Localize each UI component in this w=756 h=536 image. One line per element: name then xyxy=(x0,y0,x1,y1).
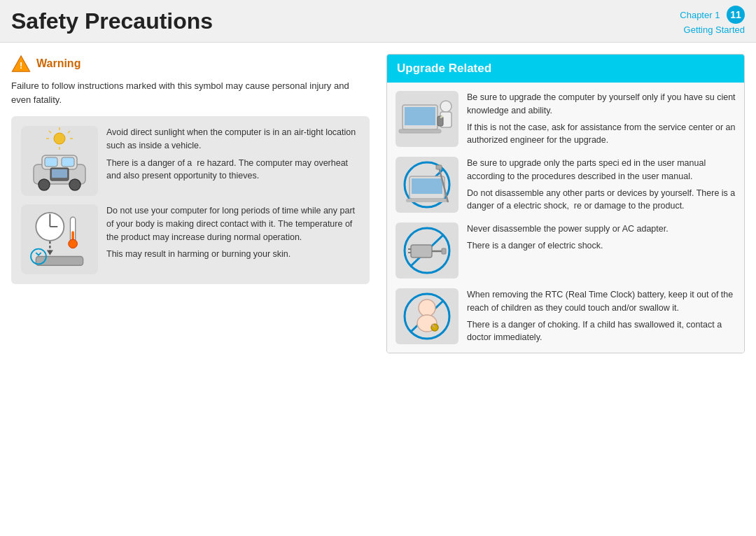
main-content: ! Warning Failure to follow instructions… xyxy=(0,43,756,365)
svg-rect-38 xyxy=(406,199,448,202)
svg-rect-28 xyxy=(405,107,435,125)
upgrade-row-2: Be sure to upgrade only the parts speci … xyxy=(396,157,736,213)
warning-section: ! Warning Failure to follow instructions… xyxy=(11,54,370,106)
right-panel: Upgrade Related xyxy=(381,54,745,353)
left-panel: ! Warning Failure to follow instructions… xyxy=(11,54,381,353)
upgrade-text-1: Be sure to upgrade the computer by yours… xyxy=(467,91,736,147)
left-illustrations-box: Avoid direct sunlight when the computer … xyxy=(11,116,370,284)
chapter-badge: 11 xyxy=(727,6,745,24)
svg-rect-37 xyxy=(412,178,442,194)
svg-marker-21 xyxy=(47,251,53,255)
svg-rect-12 xyxy=(62,157,74,167)
warning-icon: ! xyxy=(11,54,31,73)
upgrade-row-3: Never disassemble the power supply or AC… xyxy=(396,223,736,278)
svg-rect-22 xyxy=(36,257,83,266)
illustration-text-1: Avoid direct sunlight when the computer … xyxy=(106,126,360,183)
svg-point-13 xyxy=(38,179,50,190)
upgrade-illustration-1 xyxy=(396,91,458,147)
upgrade-body: Be sure to upgrade the computer by yours… xyxy=(387,83,744,353)
svg-rect-11 xyxy=(45,157,57,167)
illustration-text-2: Do not use your computer for long period… xyxy=(106,204,360,261)
chapter-label: Chapter 1 xyxy=(680,10,720,20)
upgrade-row-4: When removing the RTC (Real Time Clock) … xyxy=(396,288,736,344)
svg-rect-40 xyxy=(436,165,442,169)
svg-text:!: ! xyxy=(20,61,22,71)
illustration-row-2: Do not use your computer for long period… xyxy=(21,204,360,274)
upgrade-illustration-3 xyxy=(396,223,458,278)
svg-line-5 xyxy=(49,131,51,133)
upgrade-text-4: When removing the RTC (Real Time Clock) … xyxy=(467,288,736,344)
illustration-row-1: Avoid direct sunlight when the computer … xyxy=(21,126,360,196)
car-illustration xyxy=(21,126,98,196)
heat-illustration xyxy=(21,204,98,274)
svg-rect-32 xyxy=(438,116,443,126)
page-title: Safety Precautions xyxy=(11,8,213,34)
warning-title: Warning xyxy=(36,57,80,70)
page-header: Safety Precautions Chapter 1 11 Getting … xyxy=(0,0,756,43)
svg-point-25 xyxy=(69,239,78,248)
warning-body: Failure to follow instructions marked wi… xyxy=(11,79,370,106)
upgrade-illustration-2 xyxy=(396,157,458,213)
svg-point-30 xyxy=(440,101,451,112)
svg-point-14 xyxy=(69,179,80,190)
upgrade-text-2: Be sure to upgrade only the parts speci … xyxy=(467,157,736,213)
upgrade-header: Upgrade Related xyxy=(387,55,744,83)
svg-rect-29 xyxy=(399,129,441,133)
warning-header: ! Warning xyxy=(11,54,370,73)
chapter-info: Chapter 1 11 Getting Started xyxy=(680,6,745,36)
upgrade-section: Upgrade Related xyxy=(386,54,745,353)
svg-point-2 xyxy=(54,133,65,144)
upgrade-illustration-4 xyxy=(396,288,458,344)
svg-rect-45 xyxy=(442,248,446,254)
svg-line-6 xyxy=(68,131,70,133)
svg-rect-43 xyxy=(411,245,432,258)
chapter-sub: Getting Started xyxy=(680,24,745,36)
svg-point-50 xyxy=(419,299,435,316)
upgrade-row-1: Be sure to upgrade the computer by yours… xyxy=(396,91,736,147)
upgrade-text-3: Never disassemble the power supply or AC… xyxy=(467,223,736,253)
svg-rect-16 xyxy=(52,169,67,178)
